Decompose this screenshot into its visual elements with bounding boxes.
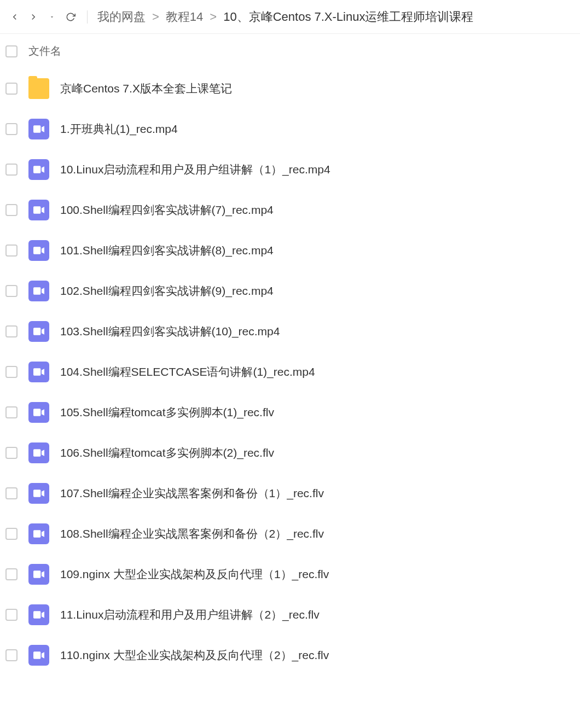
forward-button[interactable] xyxy=(27,10,40,24)
file-checkbox[interactable] xyxy=(5,285,18,297)
svg-rect-12 xyxy=(33,611,40,618)
file-checkbox[interactable] xyxy=(5,528,18,540)
video-icon xyxy=(28,483,49,504)
video-icon xyxy=(28,564,49,585)
file-row[interactable]: 104.Shell编程SELECTCASE语句讲解(1)_rec.mp4 xyxy=(0,352,580,392)
video-icon xyxy=(28,119,49,139)
file-checkbox[interactable] xyxy=(5,83,18,95)
file-row[interactable]: 102.Shell编程四剑客实战讲解(9)_rec.mp4 xyxy=(0,271,580,311)
video-icon xyxy=(28,604,49,625)
refresh-button[interactable] xyxy=(64,10,77,24)
file-name: 1.开班典礼(1)_rec.mp4 xyxy=(60,121,178,137)
file-name: 103.Shell编程四剑客实战讲解(10)_rec.mp4 xyxy=(60,324,280,339)
video-icon xyxy=(28,240,49,261)
file-name: 108.Shell编程企业实战黑客案例和备份（2）_rec.flv xyxy=(60,526,324,541)
folder-icon xyxy=(28,78,49,99)
file-checkbox[interactable] xyxy=(5,649,18,661)
file-name: 100.Shell编程四剑客实战讲解(7)_rec.mp4 xyxy=(60,202,274,218)
video-icon xyxy=(28,200,49,220)
video-icon xyxy=(28,645,49,666)
file-name: 101.Shell编程四剑客实战讲解(8)_rec.mp4 xyxy=(60,243,274,258)
file-row[interactable]: 105.Shell编程tomcat多实例脚本(1)_rec.flv xyxy=(0,392,580,433)
file-name: 京峰Centos 7.X版本全套上课笔记 xyxy=(60,81,232,96)
file-checkbox[interactable] xyxy=(5,204,18,216)
file-name: 104.Shell编程SELECTCASE语句讲解(1)_rec.mp4 xyxy=(60,364,315,380)
svg-rect-1 xyxy=(33,166,40,173)
file-row[interactable]: 101.Shell编程四剑客实战讲解(8)_rec.mp4 xyxy=(0,230,580,271)
video-icon xyxy=(28,523,49,544)
file-row[interactable]: 11.Linux启动流程和用户及用户组讲解（2）_rec.flv xyxy=(0,595,580,635)
back-button[interactable] xyxy=(8,10,21,24)
svg-rect-13 xyxy=(33,651,40,659)
svg-rect-10 xyxy=(33,530,40,537)
svg-rect-0 xyxy=(33,125,40,132)
table-header: 文件名 xyxy=(0,34,580,68)
file-name: 109.nginx 大型企业实战架构及反向代理（1）_rec.flv xyxy=(60,567,329,582)
file-row[interactable]: 100.Shell编程四剑客实战讲解(7)_rec.mp4 xyxy=(0,190,580,230)
file-checkbox[interactable] xyxy=(5,447,18,459)
video-icon xyxy=(28,402,49,423)
file-checkbox[interactable] xyxy=(5,487,18,499)
file-name: 11.Linux启动流程和用户及用户组讲解（2）_rec.flv xyxy=(60,607,320,622)
file-checkbox[interactable] xyxy=(5,244,18,257)
file-checkbox[interactable] xyxy=(5,325,18,337)
breadcrumb-separator: > xyxy=(210,10,217,24)
breadcrumb-item-1[interactable]: 教程14 xyxy=(166,9,203,25)
history-dropdown-icon[interactable] xyxy=(45,10,59,24)
svg-rect-8 xyxy=(33,449,40,456)
breadcrumb: 我的网盘 > 教程14 > 10、京峰Centos 7.X-Linux运维工程师… xyxy=(97,9,473,25)
file-name: 106.Shell编程tomcat多实例脚本(2)_rec.flv xyxy=(60,445,274,461)
select-all-checkbox[interactable] xyxy=(5,45,18,57)
video-icon xyxy=(28,281,49,301)
svg-rect-2 xyxy=(33,206,40,213)
video-icon xyxy=(28,362,49,382)
svg-rect-3 xyxy=(33,247,40,254)
file-checkbox[interactable] xyxy=(5,609,18,621)
column-header-filename: 文件名 xyxy=(28,44,61,59)
file-checkbox[interactable] xyxy=(5,366,18,378)
file-name: 107.Shell编程企业实战黑客案例和备份（1）_rec.flv xyxy=(60,486,324,501)
file-name: 105.Shell编程tomcat多实例脚本(1)_rec.flv xyxy=(60,405,274,420)
file-row[interactable]: 10.Linux启动流程和用户及用户组讲解（1）_rec.mp4 xyxy=(0,149,580,190)
svg-rect-11 xyxy=(33,570,40,578)
breadcrumb-separator: > xyxy=(152,10,159,24)
file-row[interactable]: 京峰Centos 7.X版本全套上课笔记 xyxy=(0,68,580,109)
toolbar-divider xyxy=(87,10,88,24)
file-row[interactable]: 107.Shell编程企业实战黑客案例和备份（1）_rec.flv xyxy=(0,473,580,514)
file-list: 京峰Centos 7.X版本全套上课笔记1.开班典礼(1)_rec.mp410.… xyxy=(0,68,580,675)
file-row[interactable]: 108.Shell编程企业实战黑客案例和备份（2）_rec.flv xyxy=(0,514,580,554)
breadcrumb-item-root[interactable]: 我的网盘 xyxy=(97,9,146,25)
file-row[interactable]: 109.nginx 大型企业实战架构及反向代理（1）_rec.flv xyxy=(0,554,580,595)
svg-rect-6 xyxy=(33,368,40,375)
video-icon xyxy=(28,321,49,342)
file-row[interactable]: 110.nginx 大型企业实战架构及反向代理（2）_rec.flv xyxy=(0,635,580,675)
file-name: 102.Shell编程四剑客实战讲解(9)_rec.mp4 xyxy=(60,283,274,299)
file-name: 110.nginx 大型企业实战架构及反向代理（2）_rec.flv xyxy=(60,648,329,663)
svg-rect-4 xyxy=(33,287,40,294)
toolbar: 我的网盘 > 教程14 > 10、京峰Centos 7.X-Linux运维工程师… xyxy=(0,0,580,34)
file-row[interactable]: 1.开班典礼(1)_rec.mp4 xyxy=(0,109,580,149)
file-row[interactable]: 106.Shell编程tomcat多实例脚本(2)_rec.flv xyxy=(0,433,580,473)
file-name: 10.Linux启动流程和用户及用户组讲解（1）_rec.mp4 xyxy=(60,162,330,177)
svg-rect-9 xyxy=(33,490,40,497)
file-checkbox[interactable] xyxy=(5,406,18,418)
file-checkbox[interactable] xyxy=(5,568,18,580)
svg-rect-7 xyxy=(33,409,40,416)
breadcrumb-item-current[interactable]: 10、京峰Centos 7.X-Linux运维工程师培训课程 xyxy=(223,9,473,25)
svg-rect-5 xyxy=(33,328,40,335)
file-checkbox[interactable] xyxy=(5,123,18,135)
file-row[interactable]: 103.Shell编程四剑客实战讲解(10)_rec.mp4 xyxy=(0,311,580,352)
video-icon xyxy=(28,159,49,180)
video-icon xyxy=(28,442,49,463)
file-checkbox[interactable] xyxy=(5,164,18,176)
